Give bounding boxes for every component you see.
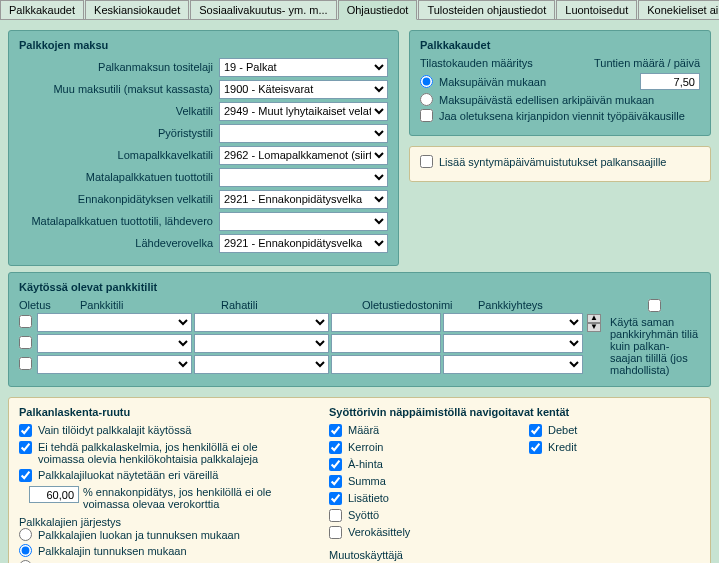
birthday-checkbox[interactable]: [420, 155, 433, 168]
pm-label-6: Ennakonpidätyksen velkatili: [19, 193, 219, 205]
ei-tehda-label: Ei tehdä palkkalaskelmia, jos henkilöllä…: [38, 441, 299, 465]
maksupaivasta-radio[interactable]: [420, 93, 433, 106]
bank-rahatili-1[interactable]: [194, 334, 329, 353]
bank-pankkitili-0[interactable]: [37, 313, 192, 332]
pm-select-2[interactable]: 2949 - Muut lyhytaikaiset velat: [219, 102, 388, 121]
ei-tehda-checkbox[interactable]: [19, 441, 32, 454]
pm-label-2: Velkatili: [19, 105, 219, 117]
pm-label-8: Lähdeverovelka: [19, 237, 219, 249]
order-luokka-radio[interactable]: [19, 528, 32, 541]
nav-label-0: Määrä: [348, 424, 379, 436]
bank-oletus-0[interactable]: [19, 315, 32, 328]
bank-spin-down[interactable]: ▼: [587, 323, 601, 332]
tab-4[interactable]: Tulosteiden ohjaustiedot: [418, 0, 555, 19]
bank-pankkitili-2[interactable]: [37, 355, 192, 374]
tab-2[interactable]: Sosiaalivakuutus- ym. m...: [190, 0, 336, 19]
maksupaivan-radio[interactable]: [420, 75, 433, 88]
bank-yhteys-0[interactable]: [443, 313, 583, 332]
palkkalajiluokat-label: Palkkalajiluokat näytetään eri väreillä: [38, 469, 299, 481]
bank-col-pankkitili: Pankkitili: [80, 299, 215, 311]
same-bankgroup-checkbox[interactable]: [648, 299, 661, 312]
jaa-oletuksena-label: Jaa oletuksena kirjanpidon viennit työpä…: [439, 110, 685, 122]
maksupaivan-label: Maksupäivän mukaan: [439, 76, 546, 88]
order-luokka-label: Palkkalajien luokan ja tunnuksen mukaan: [38, 529, 240, 541]
nav-Verokäsittely[interactable]: [329, 526, 342, 539]
tab-6[interactable]: Konekieliset aineistot: [638, 0, 719, 19]
bank-nimi-1[interactable]: [331, 334, 441, 353]
bank-nimi-2[interactable]: [331, 355, 441, 374]
palkkojen-maksu-title: Palkkojen maksu: [19, 39, 388, 51]
birthday-label: Lisää syntymäpäivämuistutukset palkansaa…: [439, 156, 666, 168]
tuntien-input[interactable]: [640, 73, 700, 90]
palkkojen-maksu-panel: Palkkojen maksu Palkanmaksun tositelaji1…: [8, 30, 399, 266]
maksupaivasta-label: Maksupäivästä edellisen arkipäivän mukaa…: [439, 94, 654, 106]
nav-label-1: Kerroin: [348, 441, 383, 453]
order-tunnus-radio[interactable]: [19, 544, 32, 557]
pm-select-0[interactable]: 19 - Palkat: [219, 58, 388, 77]
tilastokauden-label: Tilastokauden määritys: [420, 57, 533, 69]
bank-col-rahatili: Rahatili: [221, 299, 356, 311]
bank-oletus-1[interactable]: [19, 336, 32, 349]
bank-col-nimi: Oletustiedostonimi: [362, 299, 472, 311]
tab-1[interactable]: Keskiansiokaudet: [85, 0, 189, 19]
nav-Määrä[interactable]: [329, 424, 342, 437]
pm-select-5[interactable]: [219, 168, 388, 187]
pm-label-5: Matalapalkkatuen tuottotili: [19, 171, 219, 183]
bank-yhteys-1[interactable]: [443, 334, 583, 353]
pm-select-8[interactable]: 2921 - Ennakonpidätysvelka: [219, 234, 388, 253]
jaa-oletuksena-checkbox[interactable]: [420, 109, 433, 122]
bank-yhteys-2[interactable]: [443, 355, 583, 374]
nav2-Debet[interactable]: [529, 424, 542, 437]
nav-label-4: Lisätieto: [348, 492, 389, 504]
tab-3[interactable]: Ohjaustiedot: [338, 0, 418, 20]
pm-select-7[interactable]: [219, 212, 388, 231]
pm-label-0: Palkanmaksun tositelaji: [19, 61, 219, 73]
bank-col-oletus: Oletus: [19, 299, 74, 311]
nav-label-6: Verokäsittely: [348, 526, 410, 538]
order-tunnus-label: Palkkalajin tunnuksen mukaan: [38, 545, 187, 557]
bank-rahatili-2[interactable]: [194, 355, 329, 374]
bank-panel: Käytössä olevat pankkitilit Oletus Pankk…: [8, 272, 711, 387]
bank-nimi-0[interactable]: [331, 313, 441, 332]
ruutu-title: Palkanlaskenta-ruutu: [19, 406, 299, 418]
pm-select-4[interactable]: 2962 - Lomapalkkamenot (siirtov...: [219, 146, 388, 165]
birthday-panel: Lisää syntymäpäivämuistutukset palkansaa…: [409, 146, 711, 182]
ennakonpidatys-pct-label: % ennakonpidätys, jos henkilöllä ei ole …: [83, 486, 299, 510]
nav-Syöttö[interactable]: [329, 509, 342, 522]
pm-label-7: Matalapalkkatuen tuottotili, lähdevero: [19, 215, 219, 227]
bank-title: Käytössä olevat pankkitilit: [19, 281, 700, 293]
palkkalajiluokat-checkbox[interactable]: [19, 469, 32, 482]
bank-rahatili-0[interactable]: [194, 313, 329, 332]
nav-label-2: À-hinta: [348, 458, 383, 470]
nav-label-3: Summa: [348, 475, 386, 487]
tab-0[interactable]: Palkkakaudet: [0, 0, 84, 19]
same-bankgroup-label: Käytä saman pankkiryhmän tiliä kuin palk…: [610, 316, 700, 376]
nav-Lisätieto[interactable]: [329, 492, 342, 505]
nav-label-5: Syöttö: [348, 509, 379, 521]
bank-oletus-2[interactable]: [19, 357, 32, 370]
nav2-label-0: Debet: [548, 424, 577, 436]
navfields-title: Syöttörivin näppäimistöllä navigoitavat …: [329, 406, 499, 418]
palkkakaudet-title: Palkkakaudet: [420, 39, 700, 51]
vain-tiloidyt-label: Vain tilöidyt palkkalajit käytössä: [38, 424, 299, 436]
pm-select-3[interactable]: [219, 124, 388, 143]
nav-Kerroin[interactable]: [329, 441, 342, 454]
pm-label-3: Pyöristystili: [19, 127, 219, 139]
bottom-panel: Palkanlaskenta-ruutu Vain tilöidyt palkk…: [8, 397, 711, 563]
bank-pankkitili-1[interactable]: [37, 334, 192, 353]
palkkakaudet-panel: Palkkakaudet Tilastokauden määritys Tunt…: [409, 30, 711, 136]
pm-label-1: Muu maksutili (maksut kassasta): [19, 83, 219, 95]
pm-label-4: Lomapalkkavelkatili: [19, 149, 219, 161]
ennakonpidatys-pct-input[interactable]: [29, 486, 79, 503]
pm-select-1[interactable]: 1900 - Käteisvarat: [219, 80, 388, 99]
vain-tiloidyt-checkbox[interactable]: [19, 424, 32, 437]
nav-À-hinta[interactable]: [329, 458, 342, 471]
nav2-label-1: Kredit: [548, 441, 577, 453]
tab-5[interactable]: Luontoisedut: [556, 0, 637, 19]
tuntien-label: Tuntien määrä / päivä: [594, 57, 700, 69]
pm-select-6[interactable]: 2921 - Ennakonpidätysvelka: [219, 190, 388, 209]
nav-Summa[interactable]: [329, 475, 342, 488]
bank-col-yhteys: Pankkiyhteys: [478, 299, 598, 311]
nav2-Kredit[interactable]: [529, 441, 542, 454]
order-title: Palkkalajien järjestys: [19, 516, 299, 528]
